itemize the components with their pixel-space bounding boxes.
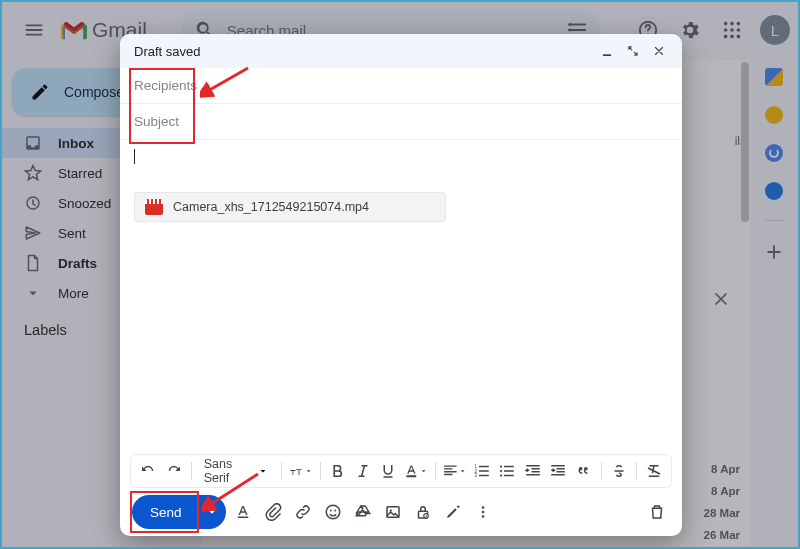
star-icon — [24, 164, 42, 182]
font-size-button[interactable]: ᴛT — [288, 458, 314, 484]
svg-point-6 — [737, 22, 741, 26]
compose-label: Compose — [64, 84, 124, 100]
svg-point-21 — [500, 474, 502, 476]
compose-body[interactable]: Camera_xhs_1712549215074.mp4 — [120, 140, 682, 454]
mail-date: 28 Mar — [704, 507, 740, 519]
insert-link-button[interactable] — [290, 499, 316, 525]
inbox-icon — [24, 134, 42, 152]
svg-point-0 — [569, 23, 572, 26]
svg-point-10 — [724, 35, 728, 39]
svg-point-25 — [334, 510, 336, 512]
text-caret — [134, 149, 135, 164]
bulleted-list-button[interactable] — [496, 458, 518, 484]
font-family-dropdown[interactable]: Sans Serif — [198, 457, 275, 485]
remove-formatting-button[interactable] — [643, 458, 665, 484]
gmail-icon — [60, 19, 88, 41]
attach-file-button[interactable] — [260, 499, 286, 525]
panel-close-button[interactable] — [704, 282, 738, 316]
insert-emoji-button[interactable] — [320, 499, 346, 525]
numbered-list-button[interactable]: 123 — [471, 458, 493, 484]
contacts-icon[interactable] — [765, 182, 783, 200]
insert-drive-button[interactable] — [350, 499, 376, 525]
subject-field[interactable] — [120, 104, 682, 140]
compose-toolbar: Send — [120, 488, 682, 536]
addons-plus-icon[interactable] — [763, 241, 785, 263]
tasks-icon[interactable] — [765, 144, 783, 162]
more-options-button[interactable] — [470, 499, 496, 525]
account-avatar[interactable]: L — [760, 15, 790, 45]
scrollbar[interactable] — [740, 62, 750, 342]
keep-icon[interactable] — [765, 106, 783, 124]
redo-button[interactable] — [162, 458, 184, 484]
svg-point-5 — [730, 22, 734, 26]
draft-icon — [24, 254, 42, 272]
svg-point-8 — [730, 28, 734, 32]
mail-date: 8 Apr — [711, 463, 740, 475]
svg-point-12 — [737, 35, 741, 39]
recipients-field[interactable] — [120, 68, 682, 104]
svg-point-30 — [481, 506, 484, 509]
bold-button[interactable] — [327, 458, 349, 484]
calendar-icon[interactable] — [765, 68, 783, 86]
underline-button[interactable] — [377, 458, 399, 484]
svg-text:3: 3 — [474, 473, 477, 478]
compose-header[interactable]: Draft saved — [120, 34, 682, 68]
undo-button[interactable] — [137, 458, 159, 484]
svg-point-9 — [737, 28, 741, 32]
text-color-button[interactable] — [403, 458, 429, 484]
svg-point-24 — [329, 510, 331, 512]
sent-icon — [24, 224, 42, 242]
align-button[interactable] — [442, 458, 468, 484]
indent-more-button[interactable] — [547, 458, 569, 484]
subject-input[interactable] — [134, 114, 668, 129]
svg-point-32 — [481, 515, 484, 518]
side-panel — [750, 58, 798, 547]
svg-point-7 — [724, 28, 728, 32]
mail-date: 26 Mar — [704, 529, 740, 541]
pencil-icon — [30, 82, 50, 102]
send-button[interactable]: Send — [132, 495, 226, 529]
recipients-input[interactable] — [134, 78, 668, 93]
mail-date: 8 Apr — [711, 485, 740, 497]
send-options-button[interactable] — [198, 495, 226, 529]
formatting-toggle-button[interactable] — [230, 499, 256, 525]
svg-point-20 — [500, 470, 502, 472]
svg-point-4 — [724, 22, 728, 26]
svg-point-31 — [481, 511, 484, 514]
compose-title: Draft saved — [134, 44, 200, 59]
send-label: Send — [132, 505, 198, 520]
compose-dialog: Draft saved Camera_xhs_1712549215074.mp4… — [120, 34, 682, 536]
fullscreen-button[interactable] — [620, 38, 646, 64]
attachment-filename: Camera_xhs_1712549215074.mp4 — [173, 200, 369, 214]
svg-text:ᴛT: ᴛT — [290, 466, 302, 477]
svg-rect-15 — [406, 475, 416, 477]
minimize-button[interactable] — [594, 38, 620, 64]
insert-photo-button[interactable] — [380, 499, 406, 525]
insert-signature-button[interactable] — [440, 499, 466, 525]
confidential-mode-button[interactable] — [410, 499, 436, 525]
indent-less-button[interactable] — [521, 458, 543, 484]
attachment-chip[interactable]: Camera_xhs_1712549215074.mp4 — [134, 192, 446, 222]
strikethrough-button[interactable] — [607, 458, 629, 484]
svg-point-11 — [730, 35, 734, 39]
svg-point-23 — [326, 505, 340, 519]
formatting-toolbar: Sans Serif ᴛT 123 — [130, 454, 672, 488]
clock-icon — [24, 194, 42, 212]
video-file-icon — [145, 199, 163, 215]
discard-draft-button[interactable] — [644, 499, 670, 525]
svg-point-1 — [569, 29, 572, 32]
main-menu-button[interactable] — [14, 10, 54, 50]
italic-button[interactable] — [352, 458, 374, 484]
close-compose-button[interactable] — [646, 38, 672, 64]
svg-point-19 — [500, 465, 502, 467]
date-column: 8 Apr 8 Apr 28 Mar 26 Mar — [704, 463, 740, 541]
chevron-down-icon — [24, 284, 42, 302]
quote-button[interactable] — [572, 458, 594, 484]
svg-rect-22 — [237, 517, 248, 519]
apps-grid-icon[interactable] — [712, 10, 752, 50]
